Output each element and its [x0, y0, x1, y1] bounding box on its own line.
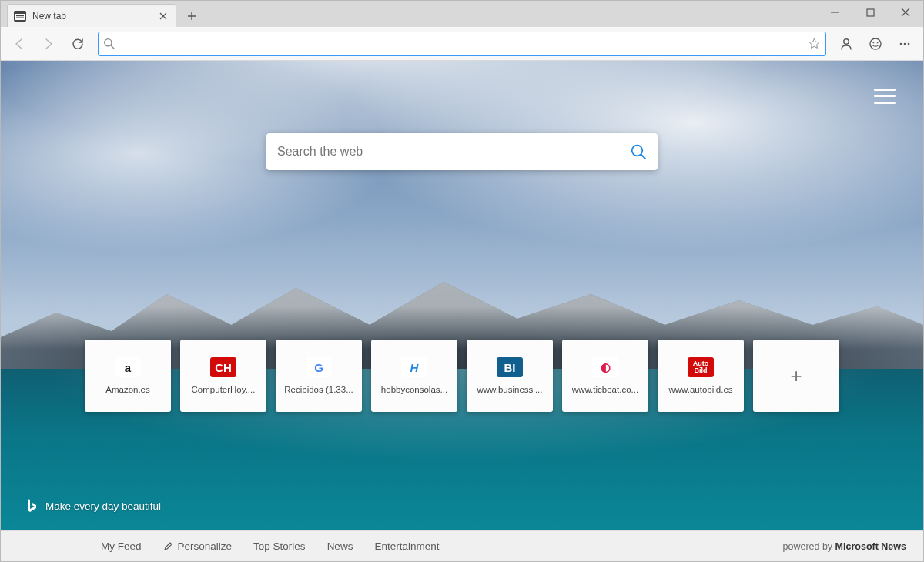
tile-label: Amazon.es [105, 385, 150, 394]
svg-rect-1 [15, 14, 25, 20]
feed-link-news[interactable]: News [327, 540, 353, 552]
tile-icon: a [115, 357, 141, 377]
tab-newtab[interactable]: New tab [7, 4, 176, 27]
feed-link-entertainment[interactable]: Entertainment [374, 540, 439, 552]
top-site-tile[interactable]: ◐www.ticbeat.co... [562, 340, 648, 412]
add-site-tile[interactable]: + [753, 340, 839, 412]
tile-label: www.autobild.es [668, 385, 732, 394]
tile-icon: BI [497, 357, 523, 377]
nav-forward-button[interactable] [35, 30, 62, 58]
tab-title: New tab [32, 11, 151, 22]
hamburger-icon [874, 89, 896, 91]
top-site-tile[interactable]: Hhobbyconsolas... [371, 340, 457, 412]
address-bar[interactable] [98, 32, 826, 56]
tile-label: Recibidos (1.33... [284, 385, 353, 394]
bing-logo-icon [25, 498, 38, 513]
svg-point-5 [105, 39, 112, 46]
new-tab-button[interactable] [181, 5, 203, 27]
svg-point-9 [877, 42, 879, 43]
feed-bottom-bar: My Feed Personalize Top Stories News Ent… [1, 530, 923, 561]
nav-back-button[interactable] [5, 30, 33, 58]
web-search-box[interactable] [266, 133, 658, 170]
svg-point-6 [844, 38, 849, 43]
feed-link-myfeed[interactable]: My Feed [101, 540, 142, 552]
top-site-tile[interactable]: GRecibidos (1.33... [276, 340, 362, 412]
feed-link-topstories[interactable]: Top Stories [253, 540, 306, 552]
toolbar [1, 27, 923, 61]
profile-button[interactable] [832, 30, 860, 58]
tile-label: hobbyconsolas... [381, 385, 447, 394]
tile-icon: ◐ [592, 357, 618, 377]
powered-by-label: powered by Microsoft News [783, 541, 907, 552]
favorite-star-button[interactable] [808, 37, 821, 50]
tile-label: ComputerHoy.... [192, 385, 256, 394]
browser-window: New tab [0, 0, 924, 562]
search-icon [103, 38, 115, 49]
svg-rect-4 [867, 9, 874, 16]
tile-label: www.ticbeat.co... [572, 385, 638, 394]
svg-point-7 [870, 38, 881, 49]
top-site-tile[interactable]: CHComputerHoy.... [180, 340, 266, 412]
svg-point-11 [904, 42, 906, 45]
tab-favicon [14, 10, 26, 22]
top-site-tile[interactable]: Auto Bildwww.autobild.es [658, 340, 744, 412]
svg-point-8 [873, 42, 875, 43]
window-close-button[interactable] [888, 1, 923, 24]
svg-point-10 [900, 42, 902, 45]
web-search-input[interactable] [277, 145, 622, 159]
address-input[interactable] [119, 32, 803, 55]
tile-icon: G [306, 357, 332, 377]
tab-close-button[interactable] [157, 10, 169, 22]
window-controls [817, 1, 923, 27]
tile-icon: CH [210, 357, 236, 377]
window-maximize-button[interactable] [852, 1, 888, 24]
top-site-tile[interactable]: aAmazon.es [85, 340, 171, 412]
feed-link-personalize[interactable]: Personalize [163, 540, 233, 552]
newtab-content: aAmazon.esCHComputerHoy....GRecibidos (1… [1, 61, 923, 530]
nav-refresh-button[interactable] [64, 30, 92, 58]
bing-tagline[interactable]: Make every day beautiful [25, 498, 161, 513]
top-sites-tiles: aAmazon.esCHComputerHoy....GRecibidos (1… [85, 340, 839, 412]
window-minimize-button[interactable] [817, 1, 852, 24]
feedback-smiley-button[interactable] [862, 30, 889, 58]
tile-icon: Auto Bild [688, 357, 714, 377]
bing-tagline-text: Make every day beautiful [45, 500, 161, 512]
web-search-submit-icon[interactable] [630, 143, 647, 160]
tile-icon: H [401, 357, 427, 377]
svg-point-12 [908, 42, 910, 45]
tab-strip: New tab [1, 1, 923, 27]
page-settings-button[interactable] [874, 89, 896, 104]
svg-rect-2 [16, 15, 24, 16]
plus-icon: + [790, 364, 802, 388]
svg-rect-3 [16, 17, 24, 18]
feed-link-personalize-label: Personalize [178, 540, 233, 552]
pencil-icon [163, 541, 173, 551]
tile-label: www.businessi... [477, 385, 542, 394]
more-menu-button[interactable] [891, 30, 919, 58]
top-site-tile[interactable]: BIwww.businessi... [467, 340, 553, 412]
